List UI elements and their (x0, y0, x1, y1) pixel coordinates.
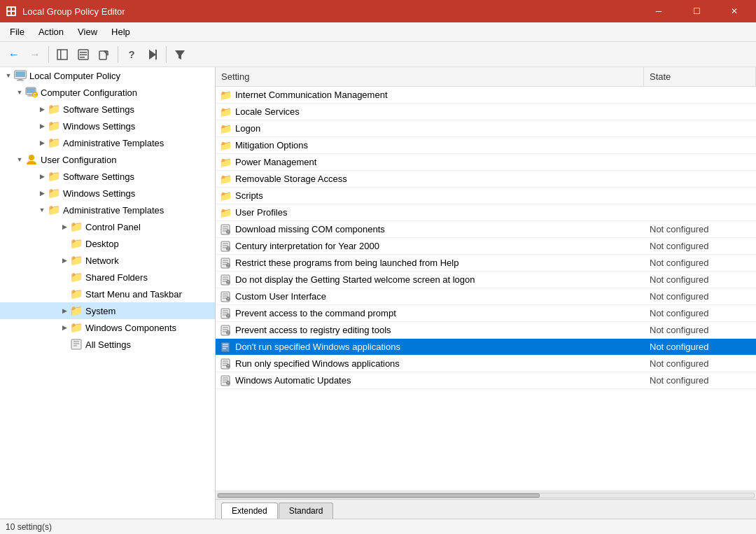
tree-windows-components[interactable]: ▶ 📁 Windows Components (0, 319, 215, 336)
user-config-label: User Configuration (41, 155, 116, 165)
admin-templates-1-label: Administrative Templates (63, 138, 164, 148)
tab-extended[interactable]: Extended (221, 503, 278, 519)
list-item[interactable]: Do not display the Getting Started welco… (216, 272, 756, 288)
row-label: Download missing COM components (232, 222, 644, 237)
list-item[interactable]: 📁 Mitigation Options (216, 137, 756, 154)
menu-action[interactable]: Action (31, 24, 71, 40)
tree-pane: ▼ Local Computer Policy ▼ (0, 67, 216, 519)
at1-chevron: ▶ (36, 139, 48, 146)
tree-windows-settings-2[interactable]: ▶ 📁 Windows Settings (0, 185, 215, 202)
shared-folders-label: Shared Folders (85, 272, 148, 283)
row-label: Prevent access to registry editing tools (232, 323, 644, 337)
forward-button[interactable]: → (25, 45, 45, 64)
svg-rect-6 (60, 50, 62, 59)
maximize-button[interactable]: ☐ (680, 0, 713, 22)
filter-button[interactable] (170, 45, 190, 64)
app-icon (6, 6, 17, 17)
back-button[interactable]: ← (4, 45, 24, 64)
list-view: Setting State 📁 Internet Communication M… (216, 67, 756, 491)
row-label: Internet Communication Management (232, 87, 644, 102)
properties-button[interactable] (74, 45, 93, 64)
app-title: Local Group Policy Editor (22, 6, 125, 17)
list-item[interactable]: 📁 Removable Storage Access (216, 171, 756, 188)
folder-row-icon: 📁 (216, 123, 232, 134)
row-state: Not configured (644, 339, 756, 354)
tree-all-settings[interactable]: ▶ All Settings (0, 336, 215, 353)
row-state (644, 93, 756, 97)
root-chevron: ▼ (3, 72, 14, 79)
show-hide-button[interactable] (52, 45, 72, 64)
svg-rect-25 (29, 94, 32, 96)
list-item[interactable]: 📁 Internet Communication Management (216, 87, 756, 104)
minimize-button[interactable]: ─ (643, 0, 675, 22)
row-label: User Profiles (232, 205, 644, 220)
tab-standard[interactable]: Standard (279, 503, 334, 519)
list-item[interactable]: Windows Automatic Updates Not configured (216, 372, 756, 389)
row-state (644, 177, 756, 181)
tree-shared-folders[interactable]: ▶ 📁 Shared Folders (0, 269, 215, 286)
tree-system[interactable]: ▶ 📁 System (0, 302, 215, 319)
list-item[interactable]: 📁 User Profiles (216, 204, 756, 221)
list-item[interactable]: Prevent access to registry editing tools… (216, 322, 756, 339)
folder-icon-ws1: 📁 (48, 120, 60, 132)
windows-components-label: Windows Components (85, 323, 176, 333)
row-label: Custom User Interface (232, 289, 644, 304)
at2-chevron: ▼ (36, 206, 48, 213)
menu-file[interactable]: File (3, 24, 31, 40)
row-state (644, 160, 756, 164)
tree-user-config[interactable]: ▼ User Configuration (0, 151, 215, 168)
tree-admin-templates-2[interactable]: ▼ 📁 Administrative Templates (0, 202, 215, 218)
folder-row-icon: 📁 (216, 157, 232, 168)
col-header-state[interactable]: State (644, 67, 756, 86)
menu-view[interactable]: View (71, 24, 104, 40)
row-state (644, 127, 756, 131)
list-item[interactable]: Custom User Interface Not configured (216, 288, 756, 305)
svg-marker-17 (175, 50, 185, 59)
list-item[interactable]: 📁 Scripts (216, 188, 756, 204)
policy-row-icon (216, 258, 232, 269)
computer-icon (14, 69, 27, 82)
row-label: Scripts (232, 188, 644, 203)
windows-settings-2-label: Windows Settings (63, 188, 135, 199)
user-config-chevron: ▼ (14, 156, 25, 163)
list-item-selected[interactable]: Don't run specified Windows applications… (216, 339, 756, 356)
hscroll-thumb[interactable] (218, 493, 540, 498)
close-button[interactable]: ✕ (718, 0, 750, 22)
computer-config-label: Computer Configuration (41, 87, 137, 98)
row-label: Century interpretation for Year 2000 (232, 239, 644, 253)
folder-icon-ss2: 📁 (48, 170, 60, 183)
folder-icon-at2: 📁 (48, 204, 60, 216)
row-label: Do not display the Getting Started welco… (232, 272, 644, 287)
tree-desktop[interactable]: ▶ 📁 Desktop (0, 235, 215, 252)
tree-admin-templates-1[interactable]: ▶ 📁 Administrative Templates (0, 134, 215, 151)
row-state: Not configured (644, 239, 756, 253)
tree-software-settings-1[interactable]: ▶ 📁 Software Settings (0, 101, 215, 118)
list-item[interactable]: Century interpretation for Year 2000 Not… (216, 238, 756, 255)
policy-row-icon (216, 342, 232, 353)
tree-root[interactable]: ▼ Local Computer Policy (0, 67, 215, 84)
tree-network[interactable]: ▶ 📁 Network (0, 252, 215, 269)
list-item[interactable]: Download missing COM components Not conf… (216, 221, 756, 238)
hscroll-track[interactable] (217, 493, 755, 498)
export-button[interactable] (94, 45, 114, 64)
menu-help[interactable]: Help (104, 24, 137, 40)
policy-row-icon (216, 274, 232, 286)
tree-software-settings-2[interactable]: ▶ 📁 Software Settings (0, 168, 215, 185)
tree-computer-config[interactable]: ▼ C Computer Configuration (0, 84, 215, 101)
horizontal-scrollbar[interactable] (216, 491, 756, 499)
col-header-setting[interactable]: Setting (216, 67, 644, 86)
list-item[interactable]: Run only specified Windows applications … (216, 356, 756, 372)
list-item[interactable]: Restrict these programs from being launc… (216, 255, 756, 272)
policy-row-icon (216, 291, 232, 302)
help-button[interactable]: ? (122, 45, 141, 64)
wizard-button[interactable] (143, 45, 162, 64)
list-item[interactable]: 📁 Locale Services (216, 104, 756, 120)
control-panel-label: Control Panel (85, 222, 141, 232)
list-item[interactable]: 📁 Logon (216, 120, 756, 137)
tree-windows-settings-1[interactable]: ▶ 📁 Windows Settings (0, 118, 215, 134)
list-item[interactable]: Prevent access to the command prompt Not… (216, 305, 756, 322)
tree-control-panel[interactable]: ▶ 📁 Control Panel (0, 218, 215, 235)
tree-start-menu[interactable]: ▶ 📁 Start Menu and Taskbar (0, 286, 215, 302)
list-item[interactable]: 📁 Power Management (216, 154, 756, 171)
folder-icon-network: 📁 (70, 254, 83, 267)
